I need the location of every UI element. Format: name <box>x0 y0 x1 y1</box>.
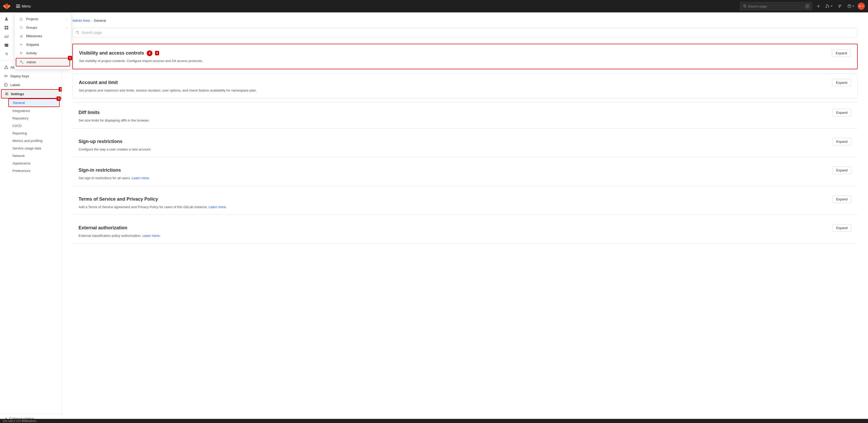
layout: Abuse Reports 0 Deploy Keys Labels Setti… <box>0 12 868 423</box>
arrow-icon-groups: › <box>66 26 67 29</box>
section-external-auth-desc: External classification policy authoriza… <box>79 233 851 238</box>
search-bar: / <box>740 2 812 10</box>
sidebar-label-settings: Settings <box>11 92 24 96</box>
user-avatar[interactable]: A <box>858 3 865 10</box>
section-terms-header: Terms of Service and Privacy Policy Expa… <box>79 195 851 203</box>
abuse-icon <box>4 65 8 69</box>
svg-point-6 <box>5 75 6 77</box>
ext-auth-learn-more[interactable]: Learn more. <box>142 234 160 237</box>
annotation-3: 3 <box>57 96 61 101</box>
section-terms: Terms of Service and Privacy Policy Expa… <box>72 190 858 215</box>
main-content: Admin Area › General Visibility and acce… <box>62 12 868 423</box>
breadcrumb-parent[interactable]: Admin Area <box>72 19 90 23</box>
gitlab-logo[interactable] <box>3 3 10 10</box>
expand-signin-button[interactable]: Expand <box>832 167 851 174</box>
topnav: Menu / A <box>0 0 868 12</box>
sidebar-sub-integrations[interactable]: Integrations <box>8 107 62 115</box>
section-diff: Diff limits Expand Set size limits for d… <box>72 104 858 129</box>
sidebar-label-labels: Labels <box>10 83 20 87</box>
section-visibility-title: Visibility and access controls 4 4 <box>79 50 159 56</box>
sidebar-sub-metrics[interactable]: Metrics and profiling <box>8 137 62 144</box>
section-diff-title: Diff limits <box>79 110 100 115</box>
activity-icon: ↻ <box>19 51 24 55</box>
sidebar-sub-reporting[interactable]: Reporting <box>8 130 62 137</box>
dropdown-menu: ◫ Projects › ⬡ Groups › ◎ Milestones ✂ S… <box>14 12 71 69</box>
dropdown-item-snippets[interactable]: ✂ Snippets <box>15 40 71 49</box>
key-icon <box>4 74 8 78</box>
sidebar-sub-network[interactable]: Network <box>8 152 62 160</box>
section-external-auth-header: External authorization Expand <box>79 224 851 232</box>
dropdown-item-milestones[interactable]: ◎ Milestones <box>15 32 71 40</box>
sidebar-sub-preferences[interactable]: Preferences <box>8 167 62 174</box>
milestones-icon: ◎ <box>19 34 24 38</box>
search-icon <box>743 4 746 8</box>
menu-label: Menu <box>22 4 31 8</box>
sidebar-sub-cicd[interactable]: CI/CD <box>8 122 62 130</box>
section-external-auth-title: External authorization <box>79 225 127 231</box>
section-signin-title: Sign-in restrictions <box>79 168 121 173</box>
expand-account-button[interactable]: Expand <box>832 79 851 86</box>
section-signup-title: Sign-up restrictions <box>79 139 122 144</box>
section-account-title: Account and limit <box>79 80 118 85</box>
section-account-desc: Set projects and maximum size limits, se… <box>79 88 851 93</box>
dropdown-item-admin[interactable]: 🔧 Admin <box>16 58 70 66</box>
search-page-icon <box>76 31 79 34</box>
dropdown-label-admin: Admin <box>27 60 36 64</box>
sidebar-sub-repository[interactable]: Repository <box>8 115 62 122</box>
section-diff-desc: Set size limits for displaying diffs in … <box>79 118 851 123</box>
sidebar-item-labels[interactable]: Labels <box>0 80 62 89</box>
sidebar-label-deploy: Deploy Keys <box>10 74 29 78</box>
dropdown-item-projects[interactable]: ◫ Projects › <box>15 15 71 23</box>
svg-point-7 <box>5 85 6 85</box>
expand-visibility-button[interactable]: Expand <box>832 49 851 57</box>
dropdown-item-groups[interactable]: ⬡ Groups › <box>15 23 71 32</box>
svg-rect-3 <box>5 28 6 29</box>
dropdown-label-milestones: Milestones <box>26 34 42 38</box>
section-signin: Sign-in restrictions Expand Set sign-in … <box>72 161 858 186</box>
topnav-icons: A <box>814 3 865 10</box>
sidebar-sub-menu: General 3 Integrations Repository CI/CD … <box>0 98 62 174</box>
arrow-icon: › <box>66 17 67 21</box>
expand-external-auth-button[interactable]: Expand <box>832 224 851 232</box>
dropdown-label-groups: Groups <box>26 26 37 29</box>
analytics-icon <box>4 34 9 39</box>
expand-terms-button[interactable]: Expand <box>832 195 851 203</box>
section-signup-header: Sign-up restrictions Expand <box>79 138 851 145</box>
section-signup: Sign-up restrictions Expand Configure th… <box>72 133 858 158</box>
svg-point-5 <box>6 54 7 55</box>
expand-diff-button[interactable]: Expand <box>832 109 851 116</box>
profile-icon <box>4 17 9 21</box>
todo-button[interactable] <box>836 3 844 10</box>
search-input[interactable] <box>748 4 804 8</box>
breadcrumb-separator: › <box>91 19 92 23</box>
new-item-button[interactable] <box>814 3 823 10</box>
dropdown-item-activity[interactable]: ↻ Activity <box>15 49 71 57</box>
search-kbd: / <box>805 4 809 8</box>
dropdown-label-projects: Projects <box>26 17 38 21</box>
expand-signup-button[interactable]: Expand <box>832 138 851 145</box>
terms-learn-more[interactable]: Learn more. <box>209 205 226 209</box>
help-button[interactable] <box>845 3 857 10</box>
visibility-badge: 4 <box>147 50 152 56</box>
admin-icon: 🔧 <box>20 60 24 64</box>
section-terms-desc: Add a Terms of Service agreement and Pri… <box>79 204 851 210</box>
sidebar-sub-general[interactable]: General <box>8 98 60 107</box>
menu-icon <box>16 5 20 8</box>
menu-button[interactable]: Menu <box>13 3 33 10</box>
sidebar-sub-service-usage[interactable]: Service usage data <box>8 144 62 152</box>
section-diff-header: Diff limits Expand <box>79 109 851 116</box>
search-page-input[interactable] <box>82 30 854 35</box>
sidebar-item-settings[interactable]: Settings <box>1 89 62 98</box>
section-signin-header: Sign-in restrictions Expand <box>79 167 851 174</box>
annotation-4: 4 <box>155 51 159 55</box>
merge-request-button[interactable] <box>824 3 835 10</box>
sidebar-sub-appearance[interactable]: Appearance <box>8 160 62 167</box>
overview-icon <box>4 25 9 30</box>
section-signup-desc: Configure the way a user creates a new a… <box>79 147 851 152</box>
snippets-icon: ✂ <box>19 43 24 47</box>
signin-learn-more[interactable]: Learn more. <box>132 176 150 180</box>
section-visibility-header: Visibility and access controls 4 4 Expan… <box>79 49 851 57</box>
sidebar-item-deploy-keys[interactable]: Deploy Keys <box>0 72 62 80</box>
section-account-header: Account and limit Expand <box>79 79 851 86</box>
projects-icon: ◫ <box>19 17 24 21</box>
